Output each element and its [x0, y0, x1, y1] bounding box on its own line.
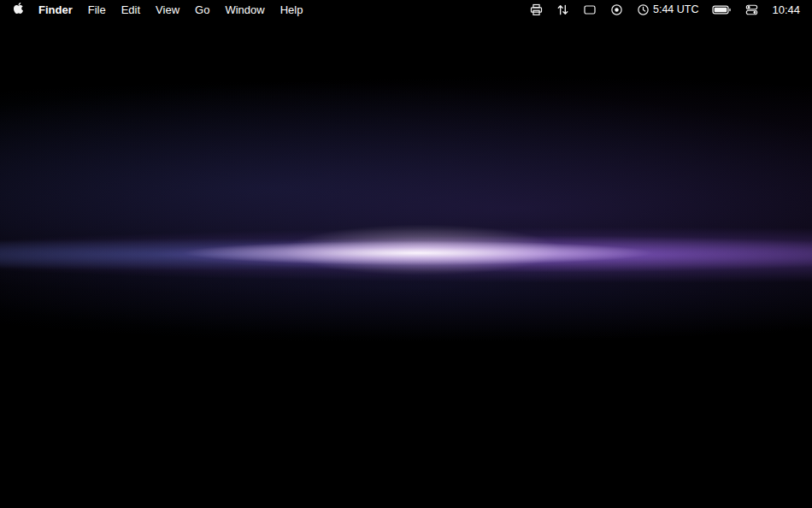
app-menu-finder[interactable]: Finder — [31, 0, 80, 19]
menu-bar: Finder File Edit View Go Window Help — [0, 0, 812, 19]
clock-label: 5:44 UTC — [653, 3, 699, 15]
battery-icon — [712, 3, 732, 16]
updown-arrows-icon — [556, 3, 569, 16]
sync-status[interactable] — [550, 0, 576, 19]
menu-window[interactable]: Window — [217, 0, 272, 19]
menu-bar-status: 5:44 UTC — [523, 0, 800, 19]
clock-status[interactable]: 5:44 UTC — [630, 0, 706, 19]
display-status[interactable] — [576, 0, 603, 19]
control-center-status[interactable] — [738, 0, 765, 19]
menu-bar-time[interactable]: 10:44 — [765, 0, 800, 19]
battery-status[interactable] — [705, 0, 738, 19]
printer-status[interactable] — [523, 0, 550, 19]
menu-file[interactable]: File — [80, 0, 114, 19]
menu-view[interactable]: View — [148, 0, 187, 19]
printer-icon — [530, 3, 543, 16]
apple-menu[interactable] — [11, 0, 31, 19]
menu-help[interactable]: Help — [273, 0, 311, 19]
clock-icon — [637, 3, 650, 16]
desktop-wallpaper: Finder File Edit View Go Window Help — [0, 0, 812, 508]
control-center-icon — [745, 3, 758, 16]
display-icon — [583, 3, 597, 16]
apple-logo-icon — [13, 2, 24, 17]
menu-bar-left: Finder File Edit View Go Window Help — [11, 0, 310, 19]
screen-record-icon — [610, 3, 623, 16]
screen-record-status[interactable] — [603, 0, 630, 19]
menu-go[interactable]: Go — [187, 0, 217, 19]
menu-edit[interactable]: Edit — [114, 0, 148, 19]
